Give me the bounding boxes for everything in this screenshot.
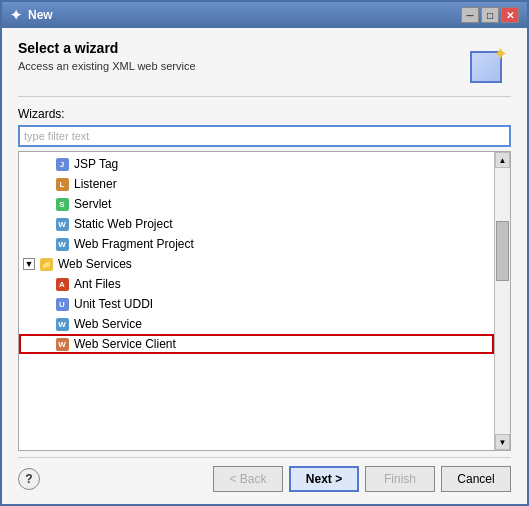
header-description: Access an existing XML web service xyxy=(18,60,453,72)
servlet-icon: S xyxy=(54,196,70,212)
web-service-icon: W xyxy=(54,316,70,332)
wizard-star: ✦ xyxy=(493,43,508,65)
scroll-track[interactable] xyxy=(495,168,510,434)
close-button[interactable]: ✕ xyxy=(501,7,519,23)
listener-label: Listener xyxy=(74,177,117,191)
filter-input[interactable] xyxy=(18,125,511,147)
tree-item-listener[interactable]: L Listener xyxy=(19,174,494,194)
web-service-client-label: Web Service Client xyxy=(74,337,176,351)
web-fragment-label: Web Fragment Project xyxy=(74,237,194,251)
unit-test-label: Unit Test UDDI xyxy=(74,297,153,311)
finish-button[interactable]: Finish xyxy=(365,466,435,492)
tree-item-servlet[interactable]: S Servlet xyxy=(19,194,494,214)
static-web-project-icon: W xyxy=(54,216,70,232)
footer-buttons: < Back Next > Finish Cancel xyxy=(213,466,511,492)
scroll-up-button[interactable]: ▲ xyxy=(495,152,510,168)
back-button[interactable]: < Back xyxy=(213,466,283,492)
minimize-button[interactable]: ─ xyxy=(461,7,479,23)
wizard-graphic: ✦ xyxy=(466,43,508,85)
scroll-down-button[interactable]: ▼ xyxy=(495,434,510,450)
wizard-tree-container: J JSP Tag L Listener S Servlet xyxy=(18,151,511,451)
tree-item-web-services[interactable]: ▼ 📁 Web Services xyxy=(19,254,494,274)
tree-item-static-web-project[interactable]: W Static Web Project xyxy=(19,214,494,234)
servlet-label: Servlet xyxy=(74,197,111,211)
ant-files-label: Ant Files xyxy=(74,277,121,291)
window-icon: ✦ xyxy=(10,7,22,23)
web-service-client-icon: W xyxy=(54,336,70,352)
ant-files-icon: A xyxy=(54,276,70,292)
tree-item-jsp-tag[interactable]: J JSP Tag xyxy=(19,154,494,174)
maximize-button[interactable]: □ xyxy=(481,7,499,23)
listener-icon: L xyxy=(54,176,70,192)
wizards-label: Wizards: xyxy=(18,107,511,121)
scroll-thumb[interactable] xyxy=(496,221,509,281)
cancel-button[interactable]: Cancel xyxy=(441,466,511,492)
tree-item-ant-files[interactable]: A Ant Files xyxy=(19,274,494,294)
tree-scrollbar[interactable]: ▲ ▼ xyxy=(494,152,510,450)
web-services-folder-icon: 📁 xyxy=(38,256,54,272)
dialog-content: Select a wizard Access an existing XML w… xyxy=(2,28,527,504)
jsp-tag-label: JSP Tag xyxy=(74,157,118,171)
web-services-label: Web Services xyxy=(58,257,132,271)
help-button[interactable]: ? xyxy=(18,468,40,490)
wizard-tree-list[interactable]: J JSP Tag L Listener S Servlet xyxy=(19,152,494,450)
next-button[interactable]: Next > xyxy=(289,466,359,492)
tree-item-unit-test-uddi[interactable]: U Unit Test UDDI xyxy=(19,294,494,314)
title-bar: ✦ New ─ □ ✕ xyxy=(2,2,527,28)
tree-item-web-fragment-project[interactable]: W Web Fragment Project xyxy=(19,234,494,254)
header-title: Select a wizard xyxy=(18,40,453,56)
static-web-project-label: Static Web Project xyxy=(74,217,172,231)
web-services-expand-icon[interactable]: ▼ xyxy=(23,258,35,270)
header-section: Select a wizard Access an existing XML w… xyxy=(18,40,511,97)
wizard-icon: ✦ xyxy=(463,40,511,88)
unit-test-icon: U xyxy=(54,296,70,312)
web-service-label: Web Service xyxy=(74,317,142,331)
header-text: Select a wizard Access an existing XML w… xyxy=(18,40,453,72)
tree-item-web-service-client[interactable]: W Web Service Client xyxy=(19,334,494,354)
dialog-footer: ? < Back Next > Finish Cancel xyxy=(18,457,511,496)
window-title: New xyxy=(28,8,53,22)
title-bar-buttons: ─ □ ✕ xyxy=(461,7,519,23)
web-fragment-icon: W xyxy=(54,236,70,252)
jsp-tag-icon: J xyxy=(54,156,70,172)
new-wizard-window: ✦ New ─ □ ✕ Select a wizard Access an ex… xyxy=(0,0,529,506)
tree-item-web-service[interactable]: W Web Service xyxy=(19,314,494,334)
